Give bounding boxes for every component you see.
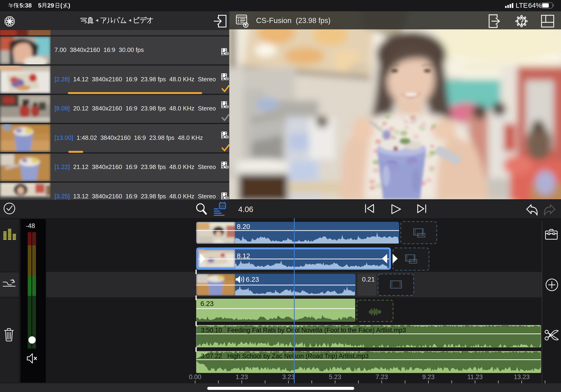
svg-text:0.21: 0.21 — [362, 276, 375, 283]
svg-text:0.00: 0.00 — [189, 373, 201, 381]
svg-text:LTE: LTE — [516, 2, 528, 9]
svg-text:1.23: 1.23 — [236, 373, 248, 381]
svg-text:5:38: 5:38 — [20, 2, 32, 9]
svg-text:(: ( — [60, 2, 63, 9]
svg-text:3:07.22 High School by Zac N: 3:07.22 High School by Zac Nelson (Road … — [201, 352, 369, 359]
svg-text:6.23: 6.23 — [246, 276, 259, 283]
svg-text:5.23: 5.23 — [329, 373, 341, 381]
svg-text:8.12: 8.12 — [237, 252, 250, 260]
svg-text:8.20: 8.20 — [237, 223, 250, 230]
svg-text:7.23: 7.23 — [376, 373, 388, 381]
svg-text:3.23: 3.23 — [282, 373, 295, 381]
svg-text:3:50.10 Feeding Fat Rats by: 3:50.10 Feeding Fat Rats by Oriol Novell… — [201, 327, 406, 334]
svg-text:11.23: 11.23 — [467, 373, 483, 381]
svg-text:64%: 64% — [528, 2, 542, 9]
svg-text:29: 29 — [47, 2, 54, 9]
svg-text:5: 5 — [38, 2, 41, 9]
svg-text:9.23: 9.23 — [422, 373, 435, 381]
svg-text:): ) — [68, 2, 70, 9]
svg-text:13.23: 13.23 — [514, 373, 530, 381]
svg-text:6.23: 6.23 — [200, 300, 214, 307]
